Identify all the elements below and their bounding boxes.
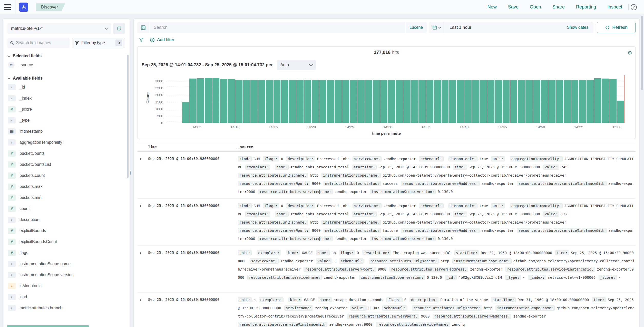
field-item-count[interactable]: #count	[7, 203, 125, 214]
histogram-bar-14:51[interactable]	[548, 80, 555, 123]
nav-reporting[interactable]: Reporting	[576, 4, 596, 10]
histogram-bar-14:08[interactable]	[220, 79, 227, 123]
histogram-bar-14:38[interactable]	[449, 80, 456, 123]
add-filter-button[interactable]: Add filter	[150, 37, 174, 42]
index-pattern-select[interactable]: metrics-otel-v1-*	[7, 23, 111, 34]
nav-share[interactable]: Share	[552, 4, 565, 10]
histogram-bar-14:52[interactable]	[556, 80, 563, 123]
histogram-bar-14:12[interactable]	[250, 80, 258, 123]
field-item-instrumentationScope.version[interactable]: tinstrumentationScope.version	[7, 269, 125, 280]
histogram-bar-14:33[interactable]	[411, 80, 418, 123]
selected-fields-header[interactable]: Selected fields	[8, 54, 125, 58]
field-search-input[interactable]	[16, 41, 67, 45]
histogram-bar-14:06[interactable]	[205, 78, 212, 123]
histogram-bar-14:20[interactable]	[312, 80, 319, 123]
histogram-bar-14:46[interactable]	[510, 80, 518, 123]
histogram-bar-14:29[interactable]	[380, 80, 387, 123]
histogram-bar-14:39[interactable]	[457, 80, 464, 123]
histogram-bar-14:05[interactable]	[197, 78, 204, 123]
field-item-_source[interactable]: </>_source	[7, 59, 125, 70]
histogram-bar-14:11[interactable]	[243, 80, 250, 123]
field-item-isMonotonic[interactable]: ●isMonotonic	[7, 280, 125, 291]
expand-row-chevron-icon[interactable]: ›	[137, 202, 148, 209]
histogram-bar-14:48[interactable]	[525, 80, 533, 123]
histogram-bar-14:13[interactable]	[258, 80, 265, 123]
expand-row-chevron-icon[interactable]: ›	[137, 155, 148, 162]
field-item-description[interactable]: tdescription	[7, 214, 125, 225]
menu-hamburger-icon[interactable]	[0, 0, 15, 14]
field-item-instrumentationScope.name[interactable]: tinstrumentationScope.name	[7, 258, 125, 269]
histogram-bar-14:49[interactable]	[533, 80, 540, 123]
field-item-explicitBoundsCount[interactable]: #explicitBoundsCount	[7, 236, 125, 247]
search-query-input[interactable]	[150, 25, 405, 30]
histogram-bar-14:31[interactable]	[396, 80, 403, 123]
histogram-bar-14:43[interactable]	[487, 80, 494, 123]
histogram-bar-14:22[interactable]	[327, 80, 334, 123]
histogram-bar-14:55[interactable]	[579, 80, 586, 123]
field-item-kind[interactable]: tkind	[7, 291, 125, 302]
histogram-bar-14:41[interactable]	[472, 80, 479, 123]
filter-by-type-button[interactable]: Filter by type 0	[72, 38, 125, 48]
saved-query-button[interactable]	[137, 22, 150, 33]
histogram-bar-14:45[interactable]	[503, 80, 510, 123]
nav-inspect[interactable]: Inspect	[607, 4, 622, 10]
refresh-button[interactable]: Refresh	[597, 22, 636, 33]
breadcrumb-discover[interactable]: Discover	[36, 3, 65, 11]
histogram-bar-14:10[interactable]	[235, 80, 242, 123]
histogram-bar-14:59[interactable]	[609, 79, 617, 123]
available-fields-header[interactable]: Available fields	[8, 76, 125, 81]
histogram-bar-14:35[interactable]	[426, 80, 433, 123]
histogram-bar-14:50[interactable]	[541, 80, 548, 123]
show-dates-button[interactable]: Show dates	[567, 25, 593, 30]
histogram-bar-14:53[interactable]	[564, 80, 571, 123]
field-item-_id[interactable]: t_id	[7, 82, 125, 93]
query-language-button[interactable]: Lucene	[405, 22, 427, 33]
histogram-bar-14:47[interactable]	[518, 80, 525, 123]
histogram-bar-14:36[interactable]	[434, 80, 441, 123]
field-item-_type[interactable]: t_type	[7, 115, 125, 126]
histogram-bar-14:16[interactable]	[281, 80, 288, 123]
histogram-bar-14:19[interactable]	[304, 80, 311, 123]
histogram-bar-14:03[interactable]	[182, 102, 189, 123]
gear-icon[interactable]: ⚙	[627, 50, 632, 56]
page-vertical-scrollbar[interactable]	[641, 16, 643, 90]
field-item-flags[interactable]: #flags	[7, 247, 125, 258]
expand-row-chevron-icon[interactable]: ›	[137, 249, 148, 256]
histogram-bar-15:00[interactable]	[617, 101, 624, 123]
histogram-bar-14:56[interactable]	[587, 80, 594, 123]
nav-save[interactable]: Save	[508, 4, 519, 10]
field-item-buckets.min[interactable]: #buckets.min	[7, 192, 125, 203]
histogram-bar-14:09[interactable]	[228, 79, 235, 123]
histogram-bar-14:44[interactable]	[495, 80, 502, 123]
sidebar-vertical-scrollbar[interactable]	[127, 55, 129, 178]
histogram-bar-14:58[interactable]	[602, 79, 609, 123]
refresh-index-button[interactable]	[113, 23, 125, 34]
field-item-metric.attributes.branch[interactable]: tmetric.attributes.branch	[7, 302, 125, 313]
histogram-bar-14:25[interactable]	[350, 80, 357, 123]
histogram-bar-14:34[interactable]	[418, 80, 426, 123]
histogram-bar-14:30[interactable]	[388, 80, 395, 123]
histogram-bar-14:40[interactable]	[464, 80, 472, 123]
sidebar-horizontal-scrollbar[interactable]	[7, 325, 89, 327]
field-item-@timestamp[interactable]: ▦@timestamp	[7, 126, 125, 137]
histogram-bar-14:17[interactable]	[289, 80, 296, 123]
histogram-bar-14:27[interactable]	[365, 80, 372, 123]
app-logo[interactable]	[19, 3, 28, 12]
nav-open[interactable]: Open	[530, 4, 541, 10]
histogram-bar-14:54[interactable]	[571, 80, 579, 123]
field-item-explicitBounds[interactable]: #explicitBounds	[7, 225, 125, 236]
histogram-bar-14:04[interactable]	[189, 79, 197, 123]
histogram-bar-14:18[interactable]	[296, 80, 304, 123]
expand-row-chevron-icon[interactable]: ›	[137, 296, 148, 303]
field-item-buckets.max[interactable]: #buckets.max	[7, 181, 125, 192]
histogram-bar-14:07[interactable]	[212, 78, 220, 123]
field-item-buckets.count[interactable]: #buckets.count	[7, 170, 125, 181]
histogram-bar-14:42[interactable]	[480, 80, 487, 123]
histogram-bar-14:15[interactable]	[274, 80, 281, 123]
nav-new[interactable]: New	[487, 4, 497, 10]
field-item-bucketCounts[interactable]: #bucketCounts	[7, 148, 125, 159]
histogram-bar-14:57[interactable]	[594, 78, 601, 123]
filter-funnel-icon[interactable]	[139, 37, 144, 42]
histogram-bar-14:23[interactable]	[335, 80, 342, 123]
field-item-_index[interactable]: t_index	[7, 93, 125, 104]
